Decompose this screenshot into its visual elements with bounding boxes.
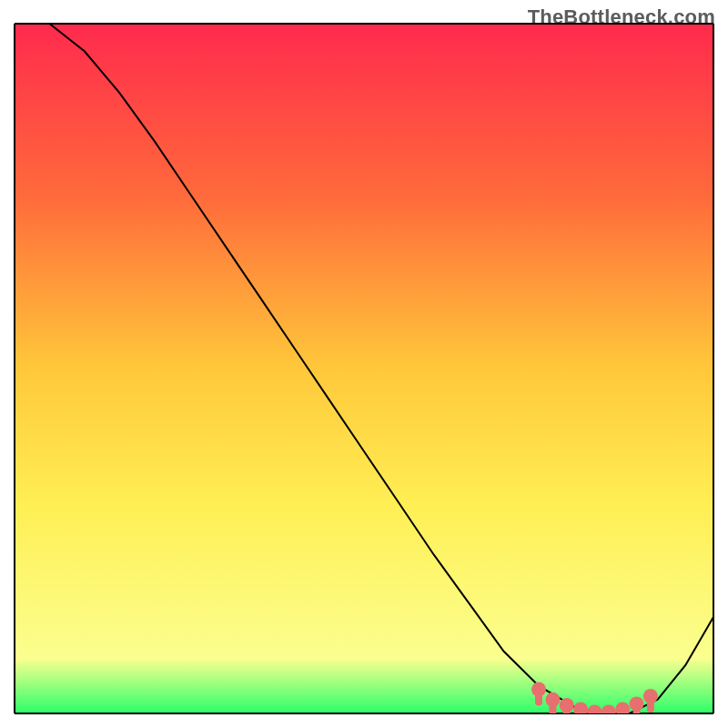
- bottleneck-chart: [0, 0, 728, 728]
- heat-gradient-background: [15, 24, 713, 713]
- chart-container: TheBottleneck.com: [0, 0, 728, 728]
